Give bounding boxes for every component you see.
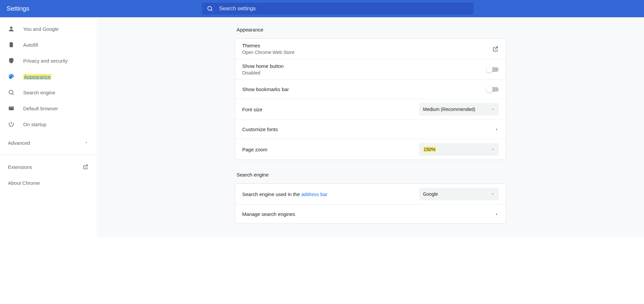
sidebar-item-label: About Chrome <box>8 180 40 186</box>
person-icon <box>8 25 15 32</box>
select-value: Google <box>423 191 438 197</box>
sidebar-item-on-startup[interactable]: On startup <box>0 116 96 132</box>
svg-point-2 <box>10 26 13 29</box>
sidebar-item-label: You and Google <box>23 26 59 32</box>
palette-icon <box>8 73 15 80</box>
appearance-card: Themes Open Chrome Web Store Show home b… <box>235 38 506 160</box>
sidebar-item-about[interactable]: About Chrome <box>0 175 96 191</box>
chevron-down-icon <box>84 141 88 145</box>
clipboard-icon <box>8 41 15 48</box>
row-sublabel: Disabled <box>242 70 284 76</box>
search-input[interactable] <box>219 6 469 12</box>
chevron-down-icon <box>491 107 495 111</box>
home-button-toggle[interactable] <box>487 67 499 72</box>
sidebar-item-autofill[interactable]: Autofill <box>0 37 96 53</box>
row-label: Themes <box>242 43 295 48</box>
sidebar-item-advanced[interactable]: Advanced <box>0 135 96 151</box>
sidebar-item-search-engine[interactable]: Search engine <box>0 84 96 100</box>
sidebar-item-label: Appearance <box>23 74 51 79</box>
sidebar-item-label: Advanced <box>8 140 30 146</box>
svg-line-8 <box>13 94 14 95</box>
sidebar: You and Google Autofill Privacy and secu… <box>0 17 97 237</box>
row-label: Show bookmarks bar <box>242 86 289 92</box>
font-size-select[interactable]: Medium (Recommended) <box>419 103 499 116</box>
sidebar-item-label: Search engine <box>23 90 55 95</box>
address-bar-link[interactable]: address bar <box>301 191 327 197</box>
browser-icon <box>8 105 15 112</box>
sidebar-item-label: Autofill <box>23 42 38 48</box>
sidebar-item-you-and-google[interactable]: You and Google <box>0 21 96 37</box>
svg-point-4 <box>10 75 11 76</box>
row-themes[interactable]: Themes Open Chrome Web Store <box>235 39 506 59</box>
row-page-zoom: Page zoom 150% <box>235 139 506 160</box>
sidebar-item-appearance[interactable]: Appearance <box>0 69 96 84</box>
sidebar-item-label: Extensions <box>8 164 32 170</box>
row-customize-fonts[interactable]: Customize fonts <box>235 120 506 139</box>
main-content: Appearance Themes Open Chrome Web Store … <box>97 17 644 237</box>
sidebar-item-label: Privacy and security <box>23 58 68 64</box>
bookmarks-bar-toggle[interactable] <box>487 87 499 92</box>
sidebar-item-default-browser[interactable]: Default browser <box>0 100 96 116</box>
row-bookmarks-bar: Show bookmarks bar <box>235 79 506 99</box>
chevron-down-icon <box>491 192 495 196</box>
svg-point-0 <box>208 6 212 10</box>
page-title: Settings <box>7 5 202 12</box>
svg-line-1 <box>211 10 213 11</box>
svg-rect-10 <box>9 106 14 107</box>
chevron-right-icon <box>495 127 499 131</box>
search-icon <box>8 89 15 96</box>
row-label-text: Search engine used in the <box>242 191 301 197</box>
divider <box>0 155 96 155</box>
svg-point-3 <box>9 76 10 77</box>
shield-icon <box>8 57 15 64</box>
section-title-appearance: Appearance <box>237 27 506 32</box>
chevron-right-icon <box>495 212 499 216</box>
row-label: Customize fonts <box>242 127 278 132</box>
svg-point-5 <box>12 75 13 76</box>
svg-point-7 <box>9 90 13 94</box>
power-icon <box>8 121 15 127</box>
row-label: Page zoom <box>242 147 268 152</box>
sidebar-item-extensions[interactable]: Extensions <box>0 159 96 175</box>
row-manage-search-engines[interactable]: Manage search engines <box>235 204 506 224</box>
search-field[interactable] <box>202 3 473 15</box>
search-icon <box>207 5 213 12</box>
row-font-size: Font size Medium (Recommended) <box>235 99 506 120</box>
page-zoom-select[interactable]: 150% <box>419 143 499 156</box>
row-label: Font size <box>242 107 263 112</box>
sidebar-item-label: On startup <box>23 122 46 127</box>
row-sublabel: Open Chrome Web Store <box>242 50 295 55</box>
svg-point-6 <box>12 76 13 77</box>
row-search-engine-used: Search engine used in the address bar Go… <box>235 184 506 204</box>
row-label: Manage search engines <box>242 211 295 217</box>
select-value: Medium (Recommended) <box>423 107 475 112</box>
external-link-icon <box>82 164 88 170</box>
section-title-search-engine: Search engine <box>237 172 506 177</box>
row-home-button: Show home button Disabled <box>235 59 506 79</box>
search-engine-select[interactable]: Google <box>419 188 499 200</box>
select-value: 150% <box>423 147 436 152</box>
search-engine-card: Search engine used in the address bar Go… <box>235 183 506 224</box>
sidebar-item-privacy[interactable]: Privacy and security <box>0 53 96 69</box>
sidebar-item-label: Default browser <box>23 106 58 111</box>
external-link-icon <box>492 46 499 52</box>
row-label: Show home button <box>242 63 284 69</box>
chevron-down-icon <box>491 147 495 151</box>
row-label: Search engine used in the address bar <box>242 191 328 197</box>
header: Settings <box>0 0 644 17</box>
